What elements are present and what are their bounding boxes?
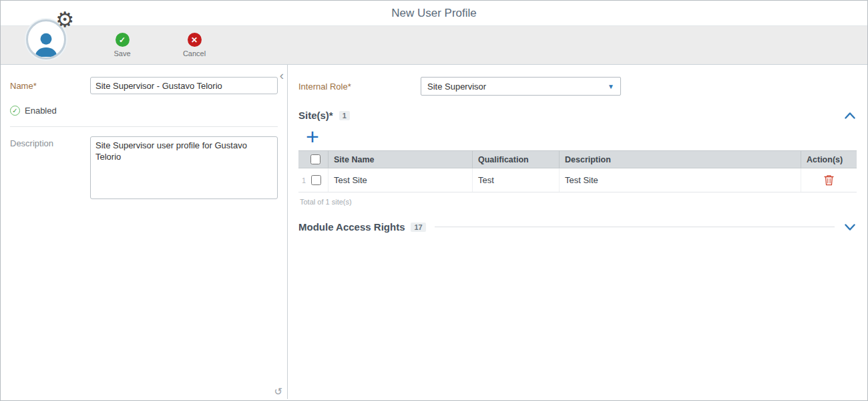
module-access-title: Module Access Rights [298,221,405,233]
sites-section-header: Site(s)* 1 [298,110,857,121]
header-qualification: Qualification [472,151,559,168]
gear-icon: ⚙ [55,9,74,30]
row-select-cell: 1 [298,168,328,192]
add-site-button[interactable]: + [302,127,322,146]
header-description: Description [559,151,801,168]
row-index: 1 [302,176,307,184]
save-button[interactable]: ✓ Save [102,33,142,57]
plus-icon: + [306,124,319,149]
module-access-section-header: Module Access Rights 17 [298,221,857,233]
toolbar: ✓ Save ✕ Cancel [1,26,867,65]
reset-layout-button[interactable]: ↺ [274,386,282,398]
internal-role-label: Internal Role* [298,82,421,92]
module-access-expand-button[interactable] [843,223,857,232]
cancel-x-icon: ✕ [188,33,202,47]
left-panel: ‹ Name* ✓ Enabled Description ↺ [1,65,288,399]
cell-qualification: Test [472,168,559,192]
collapse-panel-button[interactable]: ‹ [280,69,284,82]
name-label: Name* [10,81,90,91]
description-field-row: Description [1,136,287,199]
row-checkbox[interactable] [311,175,321,185]
sites-collapse-button[interactable] [843,111,857,120]
cell-description: Test Site [559,168,801,192]
internal-role-select[interactable]: Site Supervisor ▼ [421,77,621,96]
save-button-label: Save [114,49,130,57]
description-textarea[interactable] [90,136,278,199]
section-divider-line [435,227,835,227]
page-title: New User Profile [391,7,477,20]
trash-icon [824,174,834,186]
cancel-button[interactable]: ✕ Cancel [174,33,214,57]
select-all-checkbox[interactable] [310,154,320,164]
cancel-button-label: Cancel [183,49,206,57]
name-field-row: Name* [1,77,287,94]
sites-section-title: Site(s)* [298,110,333,121]
internal-role-selected-value: Site Supervisor [427,82,486,92]
chevron-left-icon: ‹ [280,68,284,82]
divider [10,126,278,127]
header-checkbox-cell [298,151,328,168]
title-bar: New User Profile [1,1,867,26]
header-actions: Action(s) [801,151,857,168]
name-input[interactable] [90,77,278,94]
cell-actions [801,168,857,192]
description-label: Description [10,136,90,148]
sites-table: Site Name Qualification Description Acti… [298,150,857,192]
enabled-label: Enabled [25,106,57,116]
profile-avatar: ⚙ [26,15,73,63]
chevron-down-icon: ▼ [608,83,614,90]
chevron-down-icon [845,224,855,231]
sites-table-header: Site Name Qualification Description Acti… [298,150,857,168]
header-site-name: Site Name [328,151,472,168]
reset-icon: ↺ [274,386,282,397]
table-total-text: Total of 1 site(s) [300,198,857,206]
person-icon [31,28,61,57]
check-circle-icon: ✓ [10,106,20,116]
chevron-up-icon [845,112,855,119]
enabled-status: ✓ Enabled [1,106,287,116]
right-panel: Internal Role* Site Supervisor ▼ Site(s)… [288,65,867,399]
module-access-count-badge: 17 [411,223,425,232]
save-check-icon: ✓ [116,33,130,47]
table-row: 1 Test Site Test Test Site [298,168,857,192]
content: ‹ Name* ✓ Enabled Description ↺ Internal… [1,65,867,399]
cell-site-name: Test Site [328,168,472,192]
delete-site-button[interactable] [824,174,834,186]
sites-count-badge: 1 [339,111,350,120]
internal-role-row: Internal Role* Site Supervisor ▼ [298,77,857,96]
